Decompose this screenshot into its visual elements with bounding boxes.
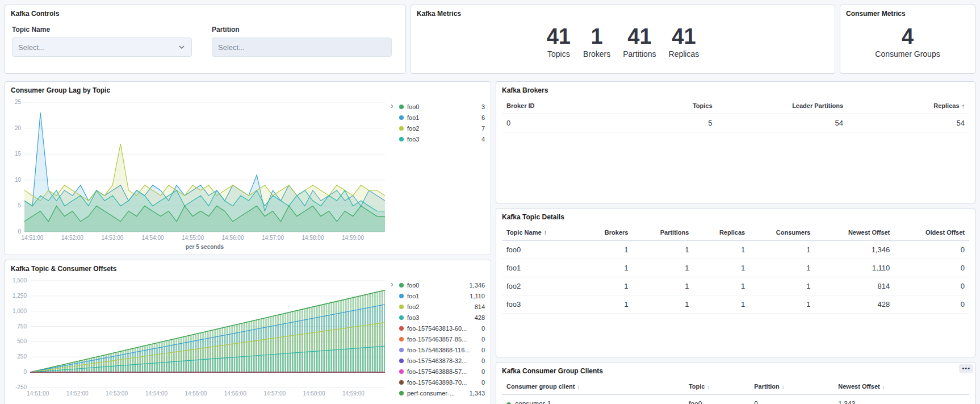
offsets-legend: › foo0 1,346 foo1 1,110 foo2 814	[390, 275, 487, 404]
svg-text:14:54:00: 14:54:00	[145, 390, 167, 397]
series-color-dot	[399, 380, 404, 385]
svg-text:14:51:00: 14:51:00	[27, 390, 49, 397]
panel-title: Consumer Group Lag by Topic	[5, 82, 491, 97]
col-header-partition[interactable]: Partition↕	[749, 378, 834, 395]
table-row: 0 5 54 54	[502, 114, 969, 132]
lag-chart[interactable]: 051015202514:51:0014:52:0014:53:0014:54:…	[7, 97, 390, 251]
cell-topics: 5	[633, 114, 717, 132]
svg-text:750: 750	[17, 323, 27, 330]
consumer-metrics-panel: Consumer Metrics 4 Consumer Groups	[840, 5, 975, 74]
table-row: foo0 1 1 1 1 1,346 0	[502, 241, 969, 259]
col-header-topics[interactable]: Topics	[633, 98, 717, 114]
metric-consumer-groups: 4 Consumer Groups	[875, 26, 940, 59]
sort-icon: ↕	[707, 384, 710, 390]
cell-topic: foo0	[684, 395, 749, 404]
svg-text:14:56:00: 14:56:00	[224, 390, 246, 397]
table-row: foo1 1 1 1 1 1,110 0	[502, 259, 969, 277]
svg-text:250: 250	[17, 353, 27, 360]
panel-title: Kafka Metrics	[411, 5, 835, 20]
offsets-chart[interactable]: -25002505007501,0001,2501,50014:51:0014:…	[7, 275, 390, 404]
legend-item[interactable]: perf-consumer-... 1,343	[399, 388, 485, 398]
table-row: consumer-1 foo0 0 1,343	[502, 395, 969, 404]
partition-select[interactable]: Select...	[212, 38, 392, 57]
legend-item[interactable]: foo-1575463868-116... 0	[399, 344, 485, 355]
legend-item[interactable]: foo-1575463888-57... 0	[399, 366, 485, 377]
panel-options-button[interactable]: •••	[959, 364, 973, 373]
series-color-dot	[399, 126, 404, 131]
col-header-newest-offset[interactable]: Newest Offset	[815, 224, 894, 241]
col-header-replicas[interactable]: Replicas↑	[848, 98, 969, 114]
legend-item[interactable]: foo-1575463813-60... 0	[399, 323, 485, 334]
col-header-topic[interactable]: Topic↕	[684, 378, 749, 395]
consumer-group-lag-panel: Consumer Group Lag by Topic 051015202514…	[5, 81, 491, 255]
svg-text:14:58:00: 14:58:00	[303, 390, 325, 397]
legend-item[interactable]: foo1 6	[399, 112, 485, 123]
metric-value: 41	[669, 26, 700, 48]
series-color-dot	[399, 105, 404, 109]
metrics-body: 4 Consumer Groups	[840, 20, 975, 59]
partition-placeholder: Select...	[218, 43, 245, 52]
metric-label: Topics	[547, 49, 571, 59]
legend-expand-icon[interactable]: ›	[391, 101, 399, 251]
kafka-topic-details-panel: Kafka Topic Details Topic Name↑ Brokers …	[496, 208, 975, 357]
svg-text:0: 0	[23, 369, 27, 375]
metric-value: 41	[623, 26, 656, 48]
series-color-dot	[399, 283, 404, 288]
legend-expand-icon[interactable]: ›	[391, 280, 399, 404]
svg-text:10: 10	[15, 177, 22, 183]
legend-item[interactable]: foo2 7	[399, 123, 485, 134]
partition-field: Partition Select...	[212, 26, 392, 57]
svg-text:14:52:00: 14:52:00	[66, 390, 89, 397]
cell-consumer-group-client: consumer-1	[502, 395, 684, 404]
col-header-consumer-group-client[interactable]: Consumer group client↕	[502, 378, 684, 395]
col-header-topic-name[interactable]: Topic Name↑	[502, 224, 577, 241]
col-header-replicas[interactable]: Replicas	[693, 224, 749, 241]
col-header-partitions[interactable]: Partitions	[633, 224, 693, 241]
kafka-metrics-panel: Kafka Metrics 41 Topics 1 Brokers 41 Par…	[411, 5, 835, 74]
col-header-brokers[interactable]: Brokers	[577, 224, 633, 241]
legend-item[interactable]: foo0 1,346	[399, 280, 485, 290]
metric-replicas: 41 Replicas	[669, 26, 700, 59]
sort-icon: ↕	[782, 384, 785, 390]
col-header-leader-partitions[interactable]: Leader Partitions	[717, 98, 848, 114]
topic-name-select[interactable]: Select...	[12, 38, 192, 57]
legend-item[interactable]: foo3 428	[399, 312, 485, 323]
svg-text:per 5 seconds: per 5 seconds	[186, 244, 224, 250]
panel-title: Kafka Topic Details	[496, 209, 975, 223]
col-header-broker-id[interactable]: Broker ID	[502, 98, 633, 114]
svg-text:1,000: 1,000	[12, 308, 27, 314]
brokers-table: Broker ID Topics Leader Partitions Repli…	[502, 98, 969, 132]
svg-text:1,500: 1,500	[12, 277, 27, 284]
legend-item[interactable]: foo-1575463857-85... 0	[399, 334, 485, 344]
controls-row: Topic Name Select... Partition Select...	[5, 20, 405, 57]
consumer-group-clients-table: Consumer group client↕ Topic↕ Partition↕…	[502, 378, 969, 404]
legend-item[interactable]: foo1 1,110	[399, 290, 485, 301]
legend-item[interactable]: foo2 814	[399, 301, 485, 312]
series-color-dot	[399, 315, 404, 320]
metric-topics: 41 Topics	[547, 26, 571, 59]
legend-item[interactable]: foo0 3	[399, 101, 485, 112]
svg-text:14:59:00: 14:59:00	[342, 235, 364, 241]
sort-icon: ↕	[882, 384, 885, 390]
metric-value: 4	[875, 26, 940, 48]
svg-text:-250: -250	[15, 384, 27, 390]
series-color-dot	[399, 348, 404, 352]
cell-broker-id: 0	[502, 114, 633, 132]
svg-text:20: 20	[15, 125, 22, 131]
metric-brokers: 1 Brokers	[583, 26, 610, 59]
lag-legend: › foo0 3 foo1 6 foo2 7	[390, 97, 487, 251]
svg-text:14:55:00: 14:55:00	[182, 235, 204, 241]
svg-text:14:53:00: 14:53:00	[101, 235, 123, 241]
chevron-down-icon	[178, 43, 186, 51]
kafka-controls-panel: Kafka Controls Topic Name Select... Part…	[5, 5, 406, 74]
legend-item[interactable]: foo-1575463878-32... 0	[399, 355, 485, 366]
topic-consumer-offsets-panel: Kafka Topic & Consumer Offsets -25002505…	[5, 260, 491, 404]
legend-item[interactable]: foo3 4	[399, 134, 485, 144]
legend-item[interactable]: foo-1575463898-70... 0	[399, 377, 485, 388]
cell-replicas: 54	[848, 114, 969, 132]
col-header-oldest-offset[interactable]: Oldest Offset	[894, 224, 969, 241]
svg-text:14:53:00: 14:53:00	[106, 390, 128, 397]
svg-text:14:59:00: 14:59:00	[342, 390, 365, 397]
col-header-newest-offset[interactable]: Newest Offset↕	[834, 378, 969, 395]
col-header-consumers[interactable]: Consumers	[749, 224, 815, 241]
